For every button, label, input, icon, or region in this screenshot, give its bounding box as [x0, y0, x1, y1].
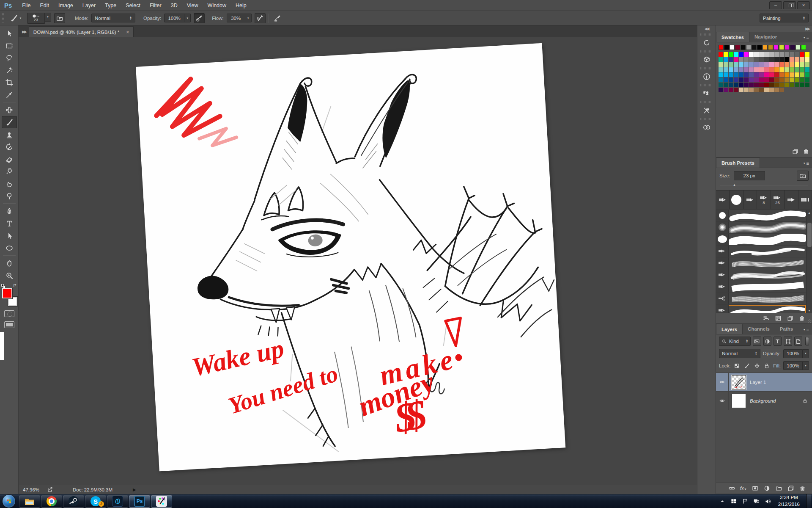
swatch[interactable]	[805, 72, 809, 77]
swatch[interactable]	[719, 52, 723, 57]
swatch[interactable]	[795, 77, 799, 82]
panel-grip[interactable]	[700, 67, 713, 69]
swatch[interactable]	[719, 83, 723, 87]
swatch[interactable]	[774, 77, 779, 82]
taskbar-app-explorer[interactable]	[19, 495, 40, 508]
swatch[interactable]	[739, 83, 743, 87]
current-tool-brush[interactable]: ▼	[7, 13, 24, 23]
tool-dodge[interactable]	[2, 190, 17, 202]
swatch[interactable]	[759, 57, 764, 62]
swatch[interactable]	[754, 57, 759, 62]
blend-mode-select[interactable]: Normal ▲▼	[719, 349, 760, 358]
tool-historybrush[interactable]	[2, 141, 17, 153]
swatch[interactable]	[805, 77, 809, 82]
swatch[interactable]	[774, 67, 779, 72]
swatch[interactable]	[744, 88, 749, 92]
taskbar-app-chrome[interactable]	[41, 495, 62, 508]
swatch[interactable]	[754, 88, 759, 92]
swatch[interactable]	[729, 77, 733, 82]
swatch[interactable]	[724, 67, 728, 72]
swatch[interactable]	[759, 72, 764, 77]
swatch[interactable]	[749, 77, 754, 82]
swatch[interactable]	[744, 77, 749, 82]
panel-grip[interactable]	[700, 101, 713, 103]
brush-panel-toggle-icon[interactable]	[775, 315, 782, 322]
swatch[interactable]	[800, 83, 804, 87]
swatch[interactable]	[724, 88, 728, 92]
recent-swatch[interactable]	[763, 45, 768, 50]
menu-layer[interactable]: Layer	[78, 0, 100, 11]
filter-adjustment-layers-button[interactable]	[763, 337, 771, 346]
swatch[interactable]	[779, 62, 784, 67]
swatch[interactable]	[795, 83, 799, 87]
swatch[interactable]	[805, 57, 809, 62]
lock-transparency-button[interactable]	[733, 362, 741, 370]
swatch[interactable]	[805, 52, 809, 57]
toggle-brush-panel-button[interactable]	[54, 13, 65, 23]
export-icon[interactable]	[47, 486, 53, 493]
taskbar-clock[interactable]: 3:34 PM 2/12/2016	[776, 494, 802, 508]
brush-preset-row[interactable]	[716, 210, 806, 222]
swatch[interactable]	[739, 67, 743, 72]
swatch[interactable]	[719, 67, 723, 72]
swatch[interactable]	[729, 72, 733, 77]
swatch[interactable]	[769, 83, 774, 87]
swatch[interactable]	[754, 77, 759, 82]
swatch[interactable]	[729, 83, 733, 87]
swatch[interactable]	[800, 52, 804, 57]
delete-layer-icon[interactable]	[799, 485, 806, 492]
swatch[interactable]	[805, 83, 809, 87]
swatch[interactable]	[759, 88, 764, 92]
swatch[interactable]	[764, 62, 769, 67]
swatch[interactable]	[764, 83, 769, 87]
tool-marquee[interactable]	[2, 39, 17, 52]
swatch[interactable]	[749, 83, 754, 87]
filter-pixel-layers-button[interactable]	[753, 337, 761, 346]
tool-eraser[interactable]	[2, 153, 17, 165]
swatch[interactable]	[790, 77, 794, 82]
tool-smudge[interactable]	[2, 177, 17, 190]
swatch[interactable]	[795, 62, 799, 67]
delete-swatch-icon[interactable]	[803, 148, 809, 155]
swatch[interactable]	[734, 57, 738, 62]
panel-menu-icon[interactable]: ▼≡	[803, 327, 812, 334]
brush-size-value[interactable]: 23 px	[734, 171, 765, 180]
tool-wand[interactable]	[2, 64, 17, 76]
recent-swatch[interactable]	[752, 45, 757, 50]
swatch[interactable]	[790, 62, 794, 67]
tool-ellipse[interactable]	[2, 242, 17, 254]
brush-preset-picker[interactable]: 23 ▼	[27, 13, 51, 24]
taskbar-app-paint-app[interactable]	[151, 495, 172, 508]
expand-dock-icon[interactable]: ▶▶	[19, 30, 29, 37]
recent-swatch[interactable]	[779, 45, 784, 50]
brush-preset-row[interactable]	[716, 257, 806, 269]
swatch[interactable]	[769, 72, 774, 77]
swatch[interactable]	[739, 72, 743, 77]
panel-icon-info[interactable]	[700, 71, 714, 83]
tool-healing[interactable]	[2, 104, 17, 116]
swatch[interactable]	[744, 83, 749, 87]
swatch[interactable]	[734, 83, 738, 87]
swatch[interactable]	[795, 67, 799, 72]
tool-crop[interactable]	[2, 76, 17, 88]
swatch[interactable]	[774, 72, 779, 77]
taskbar-app-skype[interactable]: S2	[85, 495, 106, 508]
brush-tip-preset[interactable]	[743, 190, 757, 209]
canvas-area[interactable]: Wake up You need to make money $$	[19, 37, 697, 485]
swatch[interactable]	[759, 77, 764, 82]
close-button[interactable]: ×	[797, 1, 810, 9]
swatch[interactable]	[749, 67, 754, 72]
swatch[interactable]	[749, 72, 754, 77]
menu-filter[interactable]: Filter	[145, 0, 166, 11]
quick-mask-button[interactable]	[4, 310, 14, 317]
swatch[interactable]	[774, 57, 779, 62]
swatch[interactable]	[779, 57, 784, 62]
swatch[interactable]	[724, 83, 728, 87]
swatch[interactable]	[800, 77, 804, 82]
swatch[interactable]	[719, 57, 723, 62]
tab-brush-presets[interactable]: Brush Presets	[716, 157, 760, 168]
swatch[interactable]	[774, 62, 779, 67]
swatch[interactable]	[724, 57, 728, 62]
menu-3d[interactable]: 3D	[166, 0, 182, 11]
swatch[interactable]	[769, 57, 774, 62]
